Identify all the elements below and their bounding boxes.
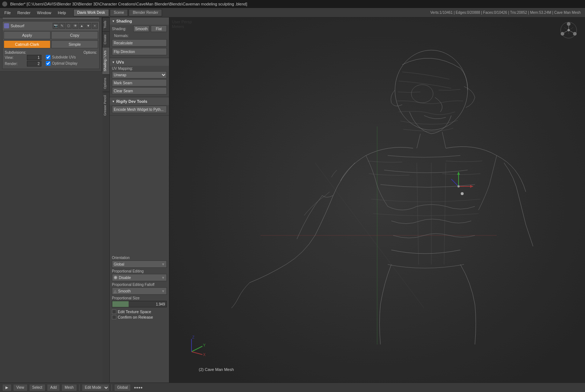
confirm-on-release-checkbox[interactable] [112, 315, 116, 319]
title-text: Blender* [C:\Users\DAVIS\Blender 3D\Blen… [10, 2, 247, 6]
add-menu[interactable]: Add [47, 384, 60, 391]
view-label: View: [5, 56, 25, 60]
app-icon [2, 1, 7, 7]
menu-bar: File Render Window Help Davis Work Desk … [0, 8, 585, 17]
subdivide-uvs-label: Subdivide UVs [52, 55, 76, 59]
modifier-controls: 📷 ✎ ⬡ 👁 ▲ ▼ × [53, 23, 98, 29]
encode-mesh-button[interactable]: Encode Mesh Widget to Pyth... [112, 106, 167, 113]
bottom-status: ●●●● [134, 385, 142, 389]
rigify-title: Rigify Dev Tools [116, 99, 147, 104]
bottom-bar: ▶ View Select Add Mesh Edit Mode Global … [0, 383, 585, 392]
uvs-content: UV Mapping: Unwrap Mark Seam Clear Seam [110, 66, 169, 95]
modifier-header: Subsurf 📷 ✎ ⬡ 👁 ▲ ▼ × [3, 21, 99, 30]
proportional-editing-select[interactable]: Disable ▼ [112, 274, 167, 281]
uvs-section: ▼ UVs UV Mapping: Unwrap Mark Seam Clear… [110, 58, 169, 97]
navigation-gizmo[interactable] [560, 21, 578, 39]
uvs-triangle: ▼ [112, 61, 115, 64]
nav-button[interactable]: ▶ [2, 384, 12, 391]
prop-size-input[interactable]: 1.949 [112, 301, 167, 307]
apply-button[interactable]: Apply [4, 31, 51, 39]
mod-ctrl-up[interactable]: ▲ [79, 23, 85, 29]
modifier-icon [4, 23, 9, 28]
mod-ctrl-down[interactable]: ▼ [85, 23, 91, 29]
render-value[interactable] [27, 61, 41, 66]
rigify-header[interactable]: ▼ Rigify Dev Tools [110, 98, 169, 105]
radio-disable [114, 276, 117, 279]
mark-seam-button[interactable]: Mark Seam [112, 79, 167, 86]
workspace-tab-renderer[interactable]: Blender Render [129, 9, 162, 16]
options-label: Options: [84, 50, 97, 54]
shading-section: ▼ Shading Shading: Smooth Flat Normals: … [110, 17, 169, 58]
mod-ctrl-edit[interactable]: ✎ [59, 23, 65, 29]
svg-point-23 [461, 192, 464, 195]
svg-point-32 [573, 32, 577, 36]
menu-help[interactable]: Help [55, 9, 69, 17]
prop-size-value: 1.949 [156, 302, 165, 306]
svg-point-33 [561, 32, 564, 36]
mod-ctrl-render[interactable]: 📷 [53, 23, 58, 29]
mode-row: Catmull-Clark Simple [3, 40, 99, 49]
uvs-title: UVs [116, 60, 124, 64]
vtab-options[interactable]: Options [102, 74, 109, 92]
title-bar: Blender* [C:\Users\DAVIS\Blender 3D\Blen… [0, 0, 585, 8]
workspace-tabs: Davis Work Desk Scene Blender Render [73, 9, 162, 16]
rigify-section: ▼ Rigify Dev Tools Encode Mesh Widget to… [110, 98, 169, 116]
proportional-editing-label: Proportional Editing [112, 269, 167, 273]
vtab-shading-uvs[interactable]: Shading / UVs [102, 47, 109, 74]
menu-file[interactable]: File [1, 9, 14, 17]
vtab-tools[interactable]: Tools [102, 17, 109, 31]
workspace-tab-scene[interactable]: Scene [110, 9, 128, 16]
mod-ctrl-cage[interactable]: ⬡ [66, 23, 72, 29]
modifier-block-subsurf: Subsurf 📷 ✎ ⬡ 👁 ▲ ▼ × Apply Copy Catmull… [2, 21, 100, 69]
subdivide-uvs-checkbox[interactable] [46, 55, 51, 60]
clear-seam-button[interactable]: Clear Seam [112, 87, 167, 94]
normals-label: Normals: [112, 33, 131, 39]
optimal-display-checkbox[interactable] [46, 61, 51, 66]
view-menu[interactable]: View [13, 384, 28, 391]
menu-render[interactable]: Render [15, 9, 33, 17]
recalculate-button[interactable]: Recalculate [112, 39, 167, 47]
catmull-clark-button[interactable]: Catmull-Clark [4, 40, 51, 48]
render-label: Render: [5, 62, 25, 66]
bottom-tools-panel: Orientation Global ▼ Proportional Editin… [110, 254, 170, 383]
select-menu[interactable]: Select [29, 384, 46, 391]
falloff-select[interactable]: △ Smooth ▼ [112, 287, 167, 295]
orientation-select[interactable]: Global ▼ [112, 260, 167, 268]
vtab-create[interactable]: Create [102, 31, 109, 47]
shading-triangle: ▼ [112, 20, 115, 23]
smooth-button[interactable]: Smooth [133, 25, 149, 32]
mesh-menu[interactable]: Mesh [61, 384, 77, 391]
vtab-grease-pencil[interactable]: Grease Pencil [102, 92, 109, 119]
optimal-display-label: Optimal Display [52, 61, 77, 65]
modifier-name: Subsurf [11, 24, 51, 28]
uv-mapping-label: UV Mapping: [112, 66, 167, 70]
svg-text:X: X [203, 353, 206, 357]
modifier-panel: Add Modifier Subsurf 📷 ✎ ⬡ 👁 ▲ ▼ × Apply… [0, 9, 102, 72]
edit-mode-select[interactable]: Edit Mode [82, 384, 109, 391]
edit-texture-space-checkbox[interactable] [112, 310, 116, 314]
viewport-3d[interactable]: User Persp Meters [170, 17, 585, 383]
rigify-triangle: ▼ [112, 100, 115, 103]
mod-ctrl-visibility[interactable]: 👁 [72, 23, 78, 29]
flip-direction-button[interactable]: Flip Direction [112, 48, 167, 55]
edit-texture-space-row: Edit Texture Space [112, 310, 167, 314]
simple-button[interactable]: Simple [51, 40, 98, 48]
falloff-label: Proportional Editing Falloff [112, 283, 167, 287]
copy-button[interactable]: Copy [51, 31, 98, 39]
global-transform[interactable]: Global [114, 384, 131, 391]
uvs-header[interactable]: ▼ UVs [110, 58, 169, 66]
workspace-tab-davis[interactable]: Davis Work Desk [73, 9, 109, 16]
confirm-on-release-row: Confirm on Release [112, 315, 167, 319]
view-value[interactable] [27, 55, 41, 60]
uv-mapping-select[interactable]: Unwrap [112, 71, 167, 78]
svg-text:Z: Z [192, 335, 194, 339]
mod-ctrl-delete[interactable]: × [92, 23, 98, 29]
shading-header[interactable]: ▼ Shading [110, 17, 169, 25]
prop-size-label: Proportional Size [112, 296, 167, 300]
confirm-on-release-label: Confirm on Release [118, 315, 153, 319]
menu-window[interactable]: Window [34, 9, 54, 17]
shading-label: Shading: [112, 27, 132, 31]
orientation-label: Orientation [112, 256, 167, 260]
svg-point-22 [457, 185, 460, 187]
flat-button[interactable]: Flat [151, 25, 167, 32]
